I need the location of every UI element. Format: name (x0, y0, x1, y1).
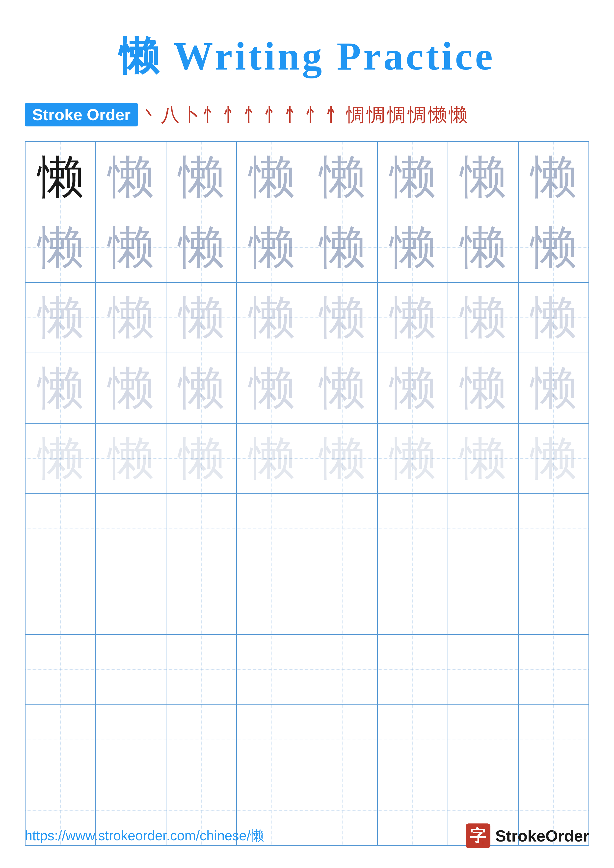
strokeorder-logo-icon: 字 (466, 823, 490, 848)
grid-cell-7-6[interactable] (378, 564, 448, 634)
grid-cell-5-5[interactable]: 懒 (307, 423, 378, 494)
practice-char: 懒 (460, 436, 506, 481)
grid-cell-7-3[interactable] (166, 564, 236, 634)
grid-cell-6-8[interactable] (518, 494, 589, 564)
stroke-char-2: 八 (161, 105, 180, 124)
grid-cell-2-1[interactable]: 懒 (25, 212, 96, 282)
grid-cell-5-8[interactable]: 懒 (518, 423, 589, 494)
grid-cell-1-5[interactable]: 懒 (307, 142, 378, 212)
grid-cell-2-2[interactable]: 懒 (96, 212, 166, 282)
grid-cell-9-7[interactable] (448, 705, 518, 775)
grid-cell-6-7[interactable] (448, 494, 518, 564)
grid-cell-9-2[interactable] (96, 705, 166, 775)
grid-cell-3-7[interactable]: 懒 (448, 282, 518, 353)
grid-cell-5-3[interactable]: 懒 (166, 423, 236, 494)
grid-cell-8-6[interactable] (378, 634, 448, 705)
grid-cell-4-8[interactable]: 懒 (518, 353, 589, 423)
practice-char: 懒 (178, 225, 224, 270)
grid-cell-8-3[interactable] (166, 634, 236, 705)
grid-cell-5-7[interactable]: 懒 (448, 423, 518, 494)
grid-cell-8-2[interactable] (96, 634, 166, 705)
grid-cell-8-8[interactable] (518, 634, 589, 705)
practice-char: 懒 (390, 225, 436, 270)
grid-cell-1-6[interactable]: 懒 (378, 142, 448, 212)
grid-row-9 (25, 705, 589, 775)
grid-cell-6-3[interactable] (166, 494, 236, 564)
grid-cell-4-1[interactable]: 懒 (25, 353, 96, 423)
grid-cell-2-5[interactable]: 懒 (307, 212, 378, 282)
grid-cell-1-8[interactable]: 懒 (518, 142, 589, 212)
grid-cell-7-2[interactable] (96, 564, 166, 634)
grid-cell-4-6[interactable]: 懒 (378, 353, 448, 423)
grid-cell-8-7[interactable] (448, 634, 518, 705)
stroke-char-6: 忄 (243, 105, 262, 124)
grid-cell-3-2[interactable]: 懒 (96, 282, 166, 353)
grid-cell-3-4[interactable]: 懒 (236, 282, 307, 353)
grid-cell-9-8[interactable] (518, 705, 589, 775)
grid-cell-6-5[interactable] (307, 494, 378, 564)
stroke-char-16: 懒 (449, 105, 467, 124)
practice-char: 懒 (530, 436, 576, 481)
grid-cell-7-7[interactable] (448, 564, 518, 634)
grid-cell-3-8[interactable]: 懒 (518, 282, 589, 353)
grid-cell-7-1[interactable] (25, 564, 96, 634)
practice-char: 懒 (319, 154, 365, 200)
grid-cell-1-4[interactable]: 懒 (236, 142, 307, 212)
grid-cell-6-1[interactable] (25, 494, 96, 564)
grid-cell-2-4[interactable]: 懒 (236, 212, 307, 282)
practice-char: 懒 (249, 365, 295, 411)
stroke-char-14: 惆 (408, 105, 426, 124)
grid-cell-8-5[interactable] (307, 634, 378, 705)
footer-url: https://www.strokeorder.com/chinese/懒 (25, 827, 264, 845)
grid-cell-6-2[interactable] (96, 494, 166, 564)
grid-cell-4-3[interactable]: 懒 (166, 353, 236, 423)
practice-char: 懒 (38, 365, 84, 411)
practice-char: 懒 (319, 365, 365, 411)
grid-cell-5-1[interactable]: 懒 (25, 423, 96, 494)
grid-cell-3-1[interactable]: 懒 (25, 282, 96, 353)
stroke-order-badge: Stroke Order (25, 103, 138, 126)
stroke-char-5: 忄 (223, 105, 241, 124)
grid-cell-3-5[interactable]: 懒 (307, 282, 378, 353)
grid-cell-4-4[interactable]: 懒 (236, 353, 307, 423)
grid-cell-6-4[interactable] (236, 494, 307, 564)
grid-cell-1-3[interactable]: 懒 (166, 142, 236, 212)
grid-cell-5-2[interactable]: 懒 (96, 423, 166, 494)
grid-cell-5-6[interactable]: 懒 (378, 423, 448, 494)
grid-cell-7-8[interactable] (518, 564, 589, 634)
practice-char: 懒 (178, 154, 224, 200)
footer: https://www.strokeorder.com/chinese/懒 字 … (25, 823, 589, 848)
practice-char: 懒 (178, 365, 224, 411)
practice-char: 懒 (249, 225, 295, 270)
grid-cell-2-7[interactable]: 懒 (448, 212, 518, 282)
grid-cell-6-6[interactable] (378, 494, 448, 564)
grid-cell-8-1[interactable] (25, 634, 96, 705)
grid-cell-9-6[interactable] (378, 705, 448, 775)
grid-cell-4-5[interactable]: 懒 (307, 353, 378, 423)
grid-cell-9-5[interactable] (307, 705, 378, 775)
grid-cell-8-4[interactable] (236, 634, 307, 705)
grid-row-7 (25, 564, 589, 634)
practice-char: 懒 (38, 436, 84, 481)
grid-cell-2-8[interactable]: 懒 (518, 212, 589, 282)
stroke-char-10: 忄 (325, 105, 344, 124)
grid-cell-2-3[interactable]: 懒 (166, 212, 236, 282)
grid-cell-9-3[interactable] (166, 705, 236, 775)
grid-cell-9-4[interactable] (236, 705, 307, 775)
grid-cell-1-2[interactable]: 懒 (96, 142, 166, 212)
grid-cell-9-1[interactable] (25, 705, 96, 775)
grid-cell-7-4[interactable] (236, 564, 307, 634)
grid-cell-1-1[interactable]: 懒 (25, 142, 96, 212)
grid-cell-3-3[interactable]: 懒 (166, 282, 236, 353)
practice-char: 懒 (108, 436, 154, 481)
grid-row-1: 懒 懒 懒 懒 懒 懒 懒 懒 (25, 142, 589, 212)
grid-cell-1-7[interactable]: 懒 (448, 142, 518, 212)
grid-cell-5-4[interactable]: 懒 (236, 423, 307, 494)
practice-char: 懒 (460, 154, 506, 200)
grid-cell-4-7[interactable]: 懒 (448, 353, 518, 423)
grid-cell-7-5[interactable] (307, 564, 378, 634)
practice-char: 懒 (460, 225, 506, 270)
grid-cell-4-2[interactable]: 懒 (96, 353, 166, 423)
grid-cell-3-6[interactable]: 懒 (378, 282, 448, 353)
grid-cell-2-6[interactable]: 懒 (378, 212, 448, 282)
